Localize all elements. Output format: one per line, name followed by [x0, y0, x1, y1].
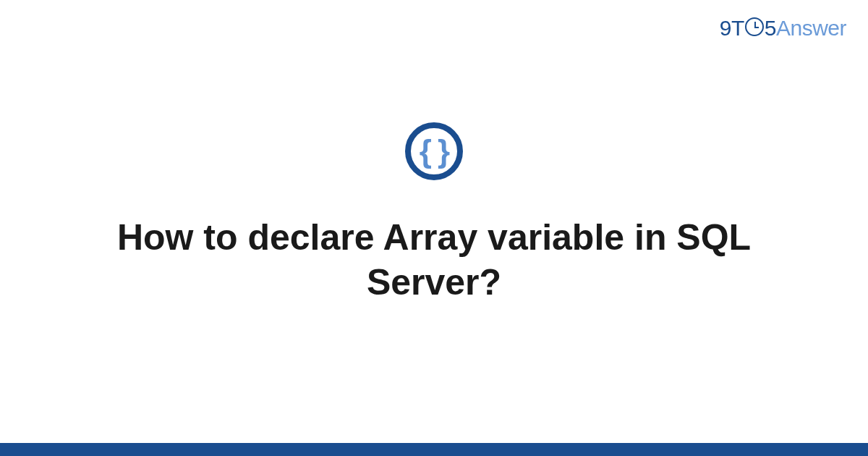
question-title: How to declare Array variable in SQL Ser… — [72, 215, 796, 305]
main-content: { } How to declare Array variable in SQL… — [0, 0, 868, 456]
category-badge: { } — [405, 122, 463, 180]
code-braces-icon: { } — [420, 133, 448, 169]
footer-accent-bar — [0, 443, 868, 456]
